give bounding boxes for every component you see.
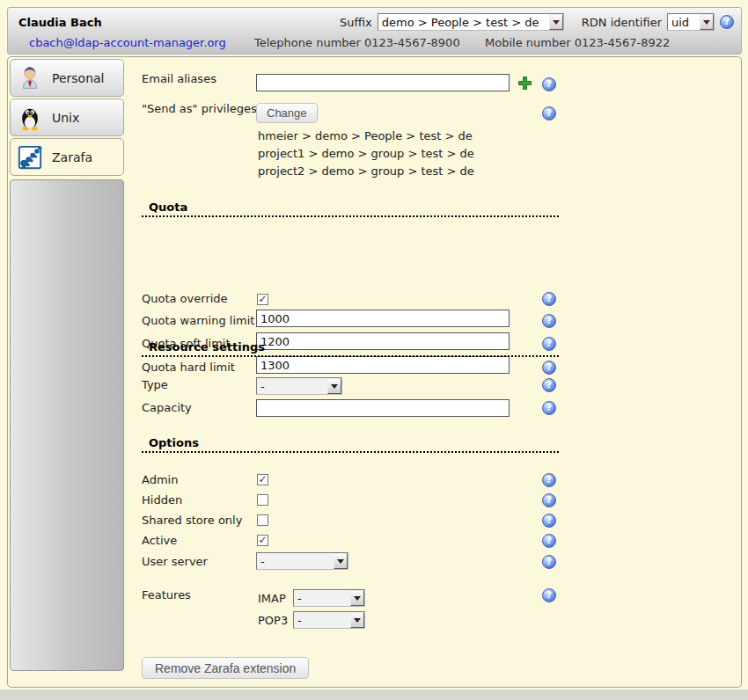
quota-section-heading: Quota — [142, 201, 559, 217]
telephone-text: Telephone number 0123-4567-8900 — [254, 36, 460, 49]
rdn-select-value: uid — [668, 14, 700, 30]
resource-section-heading: Resource settings — [142, 340, 559, 357]
capacity-input[interactable] — [256, 399, 510, 417]
hidden-checkbox[interactable] — [257, 494, 268, 506]
user-icon — [17, 65, 43, 91]
change-button[interactable]: Change — [256, 103, 318, 123]
user-server-select-value: - — [257, 553, 334, 569]
chevron-down-icon — [700, 14, 714, 30]
chevron-down-icon — [334, 553, 348, 569]
chevron-down-icon — [549, 14, 563, 30]
zarafa-icon — [17, 144, 43, 171]
resource-heading-text: Resource settings — [142, 340, 265, 354]
shared-store-only-label: Shared store only — [142, 514, 242, 528]
send-as-entry: project1 > demo > group > test > de — [258, 145, 474, 163]
add-icon[interactable] — [517, 76, 532, 91]
help-icon[interactable]: ? — [542, 378, 556, 392]
capacity-label: Capacity — [142, 401, 192, 415]
pop3-select-value: - — [294, 612, 350, 628]
quota-override-checkbox[interactable]: ✓ — [257, 294, 268, 305]
chevron-down-icon — [350, 612, 364, 628]
rdn-identifier-label: RDN identifier — [582, 16, 662, 29]
help-icon[interactable]: ? — [542, 77, 556, 91]
help-icon[interactable]: ? — [542, 493, 556, 507]
imap-select[interactable]: - — [293, 589, 365, 607]
help-icon[interactable]: ? — [542, 314, 556, 328]
quota-hard-label: Quota hard limit — [142, 361, 235, 375]
help-icon[interactable]: ? — [720, 15, 734, 29]
tab-unix[interactable]: Unix — [10, 98, 124, 136]
help-icon[interactable]: ? — [542, 588, 556, 602]
email-aliases-label: Email aliases — [142, 72, 216, 86]
rdn-identifier-select[interactable]: uid — [667, 13, 715, 31]
pop3-label: POP3 — [258, 614, 288, 628]
options-heading-text: Options — [142, 436, 199, 449]
send-as-entry: project2 > demo > group > test > de — [258, 163, 474, 180]
type-label: Type — [142, 378, 168, 392]
tab-personal-label: Personal — [52, 71, 105, 85]
options-section-heading: Options — [142, 436, 559, 453]
user-server-label: User server — [142, 555, 208, 569]
help-icon[interactable]: ? — [542, 514, 556, 528]
send-as-label: "Send as" privileges — [142, 102, 257, 116]
help-icon[interactable]: ? — [542, 401, 556, 415]
tab-zarafa[interactable]: Zarafa — [10, 138, 124, 176]
admin-checkbox[interactable]: ✓ — [257, 474, 268, 485]
type-select-value: - — [257, 378, 327, 394]
chevron-down-icon — [327, 378, 341, 394]
active-label: Active — [142, 534, 177, 548]
chevron-down-icon — [350, 590, 364, 606]
account-header: Claudia Bach Suffix demo > People > test… — [7, 7, 742, 55]
sidebar-panel — [10, 179, 124, 671]
user-server-select[interactable]: - — [256, 552, 348, 570]
help-icon[interactable]: ? — [542, 534, 556, 548]
email-link[interactable]: cbach@ldap-account-manager.org — [29, 36, 226, 49]
help-icon[interactable]: ? — [542, 555, 556, 569]
quota-heading-text: Quota — [142, 201, 187, 214]
tux-icon — [17, 105, 43, 131]
tab-zarafa-label: Zarafa — [52, 150, 92, 164]
mobile-text: Mobile number 0123-4567-8922 — [485, 36, 670, 49]
active-checkbox[interactable]: ✓ — [257, 535, 268, 546]
content-area: Personal Unix — [7, 56, 742, 688]
quota-override-label: Quota override — [142, 292, 228, 306]
quota-warning-label: Quota warning limit — [142, 314, 254, 328]
remove-zarafa-extension-button[interactable]: Remove Zarafa extension — [142, 657, 309, 679]
send-as-entries: hmeier > demo > People > test > de proje… — [258, 128, 474, 180]
tab-personal[interactable]: Personal — [10, 59, 124, 97]
imap-select-value: - — [294, 590, 350, 606]
admin-label: Admin — [142, 473, 178, 487]
help-icon[interactable]: ? — [542, 106, 556, 120]
tab-unix-label: Unix — [52, 111, 79, 125]
email-aliases-input[interactable] — [256, 74, 510, 91]
imap-label: IMAP — [258, 592, 286, 606]
type-select[interactable]: - — [256, 377, 342, 395]
send-as-entry: hmeier > demo > People > test > de — [258, 128, 474, 145]
features-label: Features — [142, 588, 191, 602]
header-row-top: Claudia Bach Suffix demo > People > test… — [18, 12, 734, 32]
quota-warning-input[interactable] — [256, 310, 510, 327]
shared-store-only-checkbox[interactable] — [257, 514, 268, 526]
lam-page: Claudia Bach Suffix demo > People > test… — [0, 0, 748, 700]
pop3-select[interactable]: - — [293, 611, 365, 629]
help-icon[interactable]: ? — [542, 292, 556, 306]
hidden-label: Hidden — [142, 493, 182, 507]
help-icon[interactable]: ? — [542, 473, 556, 487]
bottom-strip — [0, 689, 748, 700]
quota-hard-input[interactable] — [256, 356, 510, 374]
page-title: Claudia Bach — [18, 16, 102, 29]
help-icon[interactable]: ? — [542, 361, 556, 375]
suffix-label: Suffix — [340, 16, 372, 29]
suffix-select[interactable]: demo > People > test > de — [378, 13, 564, 31]
suffix-select-value: demo > People > test > de — [378, 14, 549, 30]
